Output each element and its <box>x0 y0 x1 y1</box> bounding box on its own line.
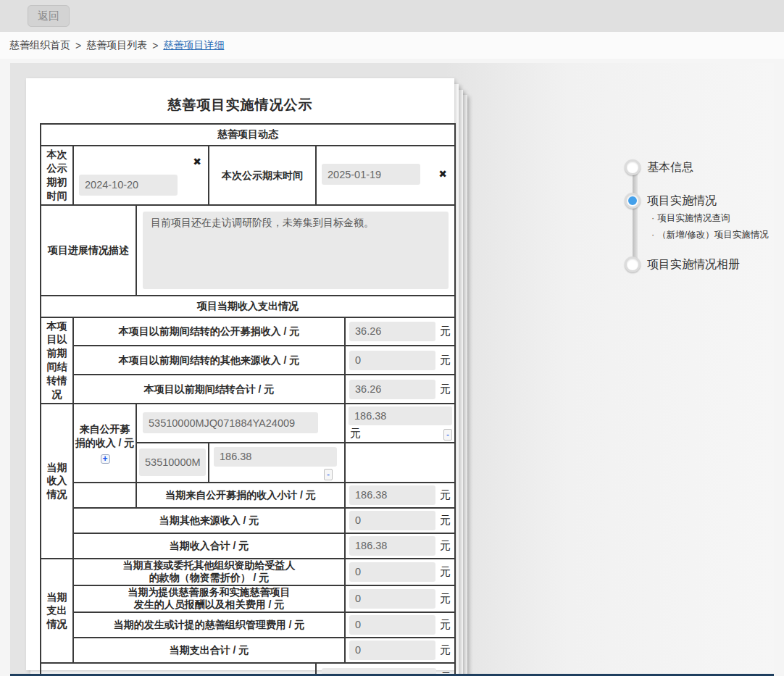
expense-total-label: 当期支出合计 / 元 <box>73 638 345 663</box>
carryover-other-label: 本项目以前期间结转的其他来源收入 / 元 <box>73 346 345 375</box>
expense-group-label: 当期支出情况 <box>41 559 73 663</box>
bullet-icon: · <box>651 230 654 240</box>
breadcrumb-project-detail-link[interactable]: 慈善项目详细 <box>163 39 224 52</box>
substep-implementation-query[interactable]: ·项目实施情况查询 <box>651 212 730 225</box>
step-basic-info[interactable]: 基本信息 <box>625 159 693 175</box>
section-header-project-dynamic: 慈善项目动态 <box>41 124 455 146</box>
carryover-total-label: 本项目以前期间结转合计 / 元 <box>73 375 345 403</box>
publicity-form-table: 慈善项目动态 本次公示期初时间 ✖ 本次公示期末时间 ✖ 项目进展情况描述 <box>40 123 456 676</box>
step-circle-icon <box>625 159 641 175</box>
progress-textarea[interactable]: 目前项目还在走访调研阶段，未筹集到目标金额。 <box>143 212 449 289</box>
carryover-public-label: 本项目以前期间结转的公开募捐收入 / 元 <box>73 317 345 346</box>
unit-label: 元 <box>440 354 451 367</box>
unit-label: 元 <box>440 539 451 553</box>
remove-entry-icon[interactable]: - <box>324 469 333 480</box>
top-bar: 返回 <box>0 0 784 32</box>
public-donation-label: 来自公开募捐的收入 / 元+ <box>73 404 136 483</box>
period-start-input[interactable] <box>79 175 178 196</box>
expense-direct-label: 当期直接或委托其他组织资助给受益人 的款物（物资需折价） / 元 <box>73 559 345 585</box>
breadcrumb-project-list-link[interactable]: 慈善项目列表 <box>86 39 147 52</box>
donation-code-input-1[interactable] <box>143 412 318 433</box>
income-public-subtotal-label: 当期来自公开募捐的收入小计 / 元 <box>136 483 345 508</box>
unit-label: 元 <box>440 488 451 502</box>
expense-staff-label: 当期为提供慈善服务和实施慈善项目 发生的人员报酬以及相关费用 / 元 <box>73 585 345 612</box>
empty-cell <box>73 483 136 508</box>
unit-label: 元 <box>440 643 451 657</box>
carryover-other-input[interactable] <box>349 351 435 370</box>
period-start-clear-icon[interactable]: ✖ <box>193 156 201 167</box>
expense-direct-input[interactable] <box>349 562 435 582</box>
bullet-icon: · <box>651 213 654 223</box>
donation-amount-input-2[interactable] <box>214 447 337 467</box>
form-page: 慈善项目实施情况公示 慈善项目动态 本次公示期初时间 ✖ 本次公示期末时间 <box>26 78 454 670</box>
income-other-label: 当期其他来源收入 / 元 <box>73 508 345 533</box>
carryover-public-input[interactable] <box>349 322 435 341</box>
content-panel: 慈善项目实施情况公示 慈善项目动态 本次公示期初时间 ✖ 本次公示期末时间 <box>10 63 774 676</box>
breadcrumb-home-link[interactable]: 慈善组织首页 <box>9 39 70 52</box>
unit-label: 元 <box>440 565 451 579</box>
unit-label: 元 <box>440 383 451 396</box>
period-start-label: 本次公示期初时间 <box>41 146 73 205</box>
income-group-label: 当期收入情况 <box>41 404 73 559</box>
breadcrumb: 慈善组织首页 > 慈善项目列表 > 慈善项目详细 <box>0 32 784 59</box>
unit-label: 元 <box>440 325 451 338</box>
page-title: 慈善项目实施情况公示 <box>26 96 454 114</box>
back-button[interactable]: 返回 <box>28 5 70 27</box>
substep-implementation-edit[interactable]: ·（新增/修改）项目实施情况 <box>651 229 769 241</box>
step-photo-album[interactable]: 项目实施情况相册 <box>625 256 740 272</box>
progress-label: 项目进展情况描述 <box>41 205 136 296</box>
expense-staff-input[interactable] <box>349 589 435 609</box>
step-circle-active-icon <box>625 193 641 209</box>
expense-admin-input[interactable] <box>349 615 435 635</box>
add-entry-icon[interactable]: + <box>101 454 110 464</box>
income-other-input[interactable] <box>349 511 435 530</box>
unit-label: 元 <box>440 592 451 606</box>
carryover-total-input[interactable] <box>349 380 435 399</box>
step-circle-icon <box>625 256 641 272</box>
section-header-income-expense: 项目当期收入支出情况 <box>41 296 455 317</box>
income-total-label: 当期收入合计 / 元 <box>73 533 345 559</box>
stepper-track <box>633 167 638 266</box>
breadcrumb-separator: > <box>152 40 158 51</box>
empty-cell <box>345 443 455 483</box>
period-end-clear-icon[interactable]: ✖ <box>438 168 447 180</box>
breadcrumb-separator: > <box>75 40 81 51</box>
expense-total-input[interactable] <box>349 640 435 660</box>
step-implementation[interactable]: 项目实施情况 <box>625 193 717 209</box>
period-end-label: 本次公示期末时间 <box>209 146 316 205</box>
income-total-input[interactable] <box>349 536 435 556</box>
donation-code-input-2[interactable] <box>139 448 206 476</box>
period-end-input[interactable] <box>322 164 420 185</box>
step-navigator: 基本信息 项目实施情况 ·项目实施情况查询 ·（新增/修改）项目实施情况 项目实… <box>621 63 774 676</box>
income-public-subtotal-input[interactable] <box>349 485 435 505</box>
unit-label: 元 <box>440 514 451 527</box>
expense-admin-label: 当期的发生或计提的慈善组织管理费用 / 元 <box>73 612 345 638</box>
donation-amount-input-1[interactable] <box>349 406 452 425</box>
unit-label: 元 <box>440 618 451 632</box>
unit-label: 元 <box>350 427 361 441</box>
carryover-group-label: 本项目以前期间结转情况 <box>41 317 73 404</box>
remove-entry-icon[interactable]: - <box>443 429 452 441</box>
